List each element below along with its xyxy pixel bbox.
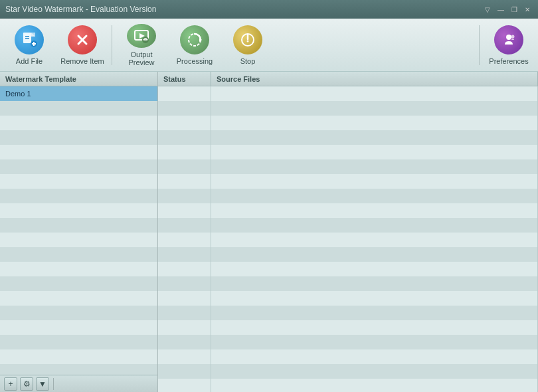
add-file-button[interactable]: Add File: [3, 21, 56, 69]
preferences-label: Preferences: [489, 57, 528, 65]
right-panel: Status Source Files: [158, 72, 538, 392]
minimize-button[interactable]: —: [495, 4, 506, 15]
list-item[interactable]: Demo 1: [0, 86, 157, 101]
status-cell: [158, 189, 211, 203]
left-panel: Watermark Template Demo 1: [0, 72, 158, 392]
table-row: [158, 306, 538, 320]
preferences-svg: [500, 31, 517, 49]
list-item[interactable]: [0, 159, 157, 174]
table-row: [158, 379, 538, 392]
list-item[interactable]: [0, 306, 157, 320]
table-row: [158, 349, 538, 364]
status-header-label: Status: [163, 75, 186, 83]
remove-item-svg: [74, 31, 91, 49]
svg-point-20: [511, 35, 515, 38]
table-row: [158, 174, 538, 189]
source-cell: [211, 276, 538, 291]
stop-icon: [233, 25, 262, 54]
source-cell: [211, 130, 538, 145]
stop-svg: [239, 31, 256, 49]
table-row: [158, 291, 538, 306]
table-row: [158, 159, 538, 174]
restore-button[interactable]: ❐: [509, 4, 519, 15]
processing-button[interactable]: Processing: [168, 21, 221, 69]
left-panel-footer: + ⚙ ▼: [0, 375, 157, 392]
left-panel-body[interactable]: Demo 1: [0, 86, 157, 375]
list-item[interactable]: [0, 276, 157, 291]
output-preview-button[interactable]: Output Preview: [115, 21, 168, 69]
list-item[interactable]: [0, 101, 157, 116]
list-item[interactable]: [0, 116, 157, 130]
source-cell: [211, 335, 538, 349]
list-item[interactable]: [0, 262, 157, 276]
source-cell: [211, 116, 538, 130]
status-cell: [158, 335, 211, 349]
list-item[interactable]: [0, 145, 157, 159]
source-cell: [211, 379, 538, 392]
list-item[interactable]: [0, 364, 157, 375]
source-cell: [211, 364, 538, 379]
source-cell: [211, 86, 538, 101]
preferences-icon: [494, 25, 523, 54]
main-content: Watermark Template Demo 1: [0, 72, 538, 392]
processing-svg: [186, 31, 203, 49]
right-panel-body[interactable]: [158, 86, 538, 392]
status-cell: [158, 276, 211, 291]
status-cell: [158, 291, 211, 306]
table-row: [158, 86, 538, 101]
status-cell: [158, 86, 211, 101]
status-cell: [158, 320, 211, 335]
source-cell: [211, 291, 538, 306]
source-cell: [211, 189, 538, 203]
remove-item-label: Remove Item: [60, 57, 104, 65]
list-item[interactable]: [0, 320, 157, 335]
svg-point-19: [506, 35, 511, 40]
add-template-button[interactable]: +: [4, 377, 17, 391]
stop-button[interactable]: Stop: [221, 21, 274, 69]
status-cell: [158, 262, 211, 276]
list-item[interactable]: [0, 203, 157, 218]
stop-label: Stop: [240, 57, 256, 65]
status-cell: [158, 306, 211, 320]
table-row: [158, 320, 538, 335]
status-cell: [158, 145, 211, 159]
svg-point-18: [247, 40, 249, 42]
source-cell: [211, 218, 538, 233]
settings-button[interactable]: ⚙: [20, 377, 33, 391]
output-preview-icon: [127, 24, 156, 48]
list-item[interactable]: [0, 291, 157, 306]
list-item[interactable]: [0, 174, 157, 189]
source-cell: [211, 233, 538, 247]
status-cell: [158, 233, 211, 247]
preferences-button[interactable]: Preferences: [482, 21, 535, 69]
add-file-label: Add File: [16, 57, 43, 65]
list-item[interactable]: [0, 349, 157, 364]
close-button[interactable]: ✕: [522, 4, 533, 15]
list-item[interactable]: [0, 189, 157, 203]
table-row: [158, 189, 538, 203]
table-row: [158, 145, 538, 159]
list-item[interactable]: [0, 233, 157, 247]
list-item[interactable]: [0, 335, 157, 349]
network-icon[interactable]: ▽: [482, 4, 493, 15]
remove-item-button[interactable]: Remove Item: [56, 21, 109, 69]
status-cell: [158, 247, 211, 262]
dropdown-button[interactable]: ▼: [36, 377, 49, 391]
status-cell: [158, 379, 211, 392]
processing-icon: [180, 25, 209, 54]
svg-rect-0: [23, 33, 31, 43]
separator-1: [112, 25, 112, 65]
window-controls: ▽ — ❐ ✕: [482, 4, 533, 15]
status-cell: [158, 130, 211, 145]
source-cell: [211, 203, 538, 218]
list-item[interactable]: [0, 218, 157, 233]
table-row: [158, 218, 538, 233]
list-item[interactable]: [0, 130, 157, 145]
list-item[interactable]: [0, 247, 157, 262]
status-cell: [158, 101, 211, 116]
status-cell: [158, 218, 211, 233]
remove-item-icon: [68, 25, 97, 54]
right-panel-header: Status Source Files: [158, 72, 538, 86]
source-cell: [211, 320, 538, 335]
add-file-svg: [21, 31, 38, 49]
